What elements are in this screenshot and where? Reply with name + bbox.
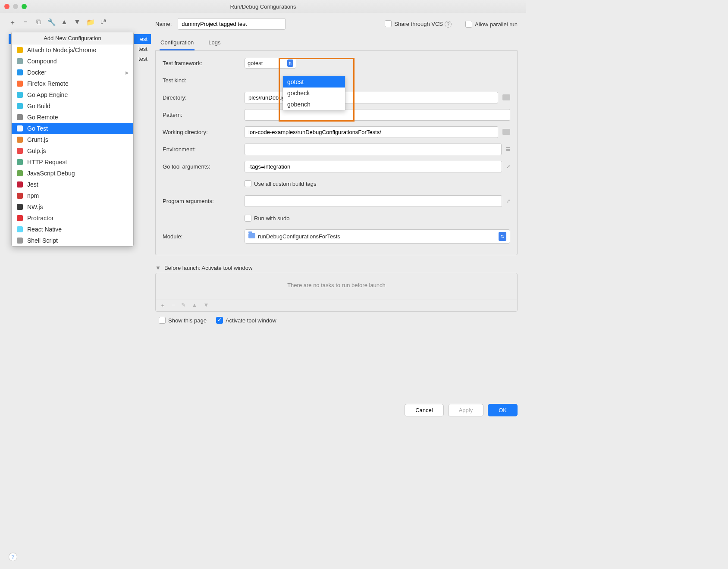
down-icon[interactable]: ▼ [73,18,81,27]
gulp-icon [16,147,24,155]
svg-rect-14 [17,204,23,210]
chevron-updown-icon: ⇅ [287,59,293,67]
popup-item[interactable]: NW.js [12,201,133,213]
svg-rect-17 [17,238,23,244]
tab-logs[interactable]: Logs [207,36,221,50]
add-icon[interactable]: ＋ [9,18,16,27]
popup-item-label: Go App Engine [27,91,68,98]
svg-rect-8 [17,137,23,143]
run-with-sudo-checkbox[interactable]: Run with sudo [245,215,289,222]
dialog-buttons: Cancel Apply OK [155,329,518,422]
protractor-icon [16,214,24,222]
dropdown-option[interactable]: gotest [283,76,345,88]
svg-rect-4 [17,92,23,98]
share-checkbox[interactable]: Share through VCS? [385,20,452,28]
add-icon[interactable]: ＋ [160,302,166,310]
svg-rect-15 [17,215,23,221]
tab-configuration[interactable]: Configuration [160,36,195,50]
up-icon[interactable]: ▲ [60,18,68,27]
shell-icon [16,237,24,244]
wrench-icon[interactable]: 🔧 [47,18,55,27]
disclosure-icon[interactable]: ▼ [155,265,161,271]
svg-rect-9 [17,148,23,154]
docker-icon [16,69,24,76]
popup-item[interactable]: Firefox Remote [12,78,133,89]
popup-item-label: Compound [27,58,57,65]
name-input[interactable] [178,18,286,30]
npm-icon [16,192,24,200]
grunt-icon [16,136,24,144]
popup-item[interactable]: Jest [12,179,133,190]
sort-icon[interactable]: ↓ª [99,18,107,27]
popup-item[interactable]: Docker▶ [12,67,133,78]
popup-item-label: JavaScript Debug [27,170,75,177]
popup-item[interactable]: Protractor [12,213,133,224]
popup-item[interactable]: JavaScript Debug [12,168,133,179]
show-page-checkbox[interactable]: Show this page [159,317,207,324]
ok-button[interactable]: OK [488,404,518,416]
expand-icon[interactable]: ⤢ [506,198,510,204]
jsdebug-icon [16,169,24,177]
pattern-input[interactable] [245,109,510,121]
svg-rect-11 [17,170,23,176]
react-icon [16,225,24,233]
cancel-button[interactable]: Cancel [405,404,443,416]
environment-input[interactable] [245,144,502,155]
popup-item[interactable]: Grunt.js [12,134,133,145]
jest-icon [16,181,24,188]
test-framework-select[interactable]: gotest ⇅ [245,58,296,69]
allow-parallel-checkbox[interactable]: Allow parallel run [465,21,518,28]
apply-button[interactable]: Apply [448,404,484,416]
dropdown-option[interactable]: gobench [283,99,345,110]
svg-rect-1 [17,58,23,64]
before-launch-section: ▼ Before launch: Activate tool window Th… [155,263,518,329]
window-title: Run/Debug Configurations [0,3,526,10]
popup-item[interactable]: Go Test [12,123,133,134]
popup-item-label: Docker [27,69,46,76]
name-label: Name: [155,21,172,27]
popup-item[interactable]: Attach to Node.js/Chrome [12,44,133,56]
browse-folder-icon[interactable] [502,129,510,135]
folder-icon[interactable]: 📁 [86,18,94,27]
activate-tool-window-checkbox[interactable]: Activate tool window [216,317,276,324]
popup-item-label: Firefox Remote [27,80,69,87]
popup-item[interactable]: Shell Script [12,235,133,246]
popup-item-label: Go Test [27,125,48,132]
working-dir-input[interactable] [245,126,498,138]
before-launch-toolbar: ＋ − ✎ ▲ ▼ [156,300,517,311]
popup-item[interactable]: Gulp.js [12,145,133,156]
program-args-label: Program arguments: [163,198,245,204]
firefox-icon [16,80,24,88]
popup-item[interactable]: React Native [12,224,133,235]
window-titlebar: Run/Debug Configurations [0,0,526,13]
popup-item-label: NW.js [27,203,43,210]
go-tool-args-input[interactable] [245,161,502,172]
list-icon[interactable]: ☰ [506,147,510,152]
use-tags-checkbox[interactable]: Use all custom build tags [245,180,317,187]
popup-item-label: Grunt.js [27,136,48,143]
popup-item[interactable]: Go Remote [12,112,133,123]
popup-item-label: Jest [27,181,38,188]
copy-icon[interactable]: ⧉ [35,18,42,27]
help-icon[interactable]: ? [445,21,452,28]
browse-folder-icon[interactable] [502,94,510,100]
test-framework-label: Test framework: [163,60,245,66]
popup-title: Add New Configuration [12,32,133,44]
environment-label: Environment: [163,146,245,153]
test-framework-dropdown[interactable]: gotestgocheckgobench [282,76,345,110]
up-icon: ▲ [192,302,198,310]
popup-item[interactable]: Go App Engine [12,89,133,100]
js-icon [16,46,24,54]
popup-item[interactable]: Go Build [12,100,133,112]
popup-item[interactable]: npm [12,190,133,201]
popup-item[interactable]: Compound [12,56,133,67]
module-select[interactable]: runDebugConfigurationsForTests ⇅ [245,229,510,244]
popup-item-label: Gulp.js [27,147,46,154]
popup-item[interactable]: HTTP Request [12,156,133,168]
program-args-input[interactable] [245,195,502,207]
expand-icon[interactable]: ⤢ [506,164,510,169]
remove-icon[interactable]: − [22,18,29,27]
add-config-popup[interactable]: Add New Configuration Attach to Node.js/… [11,32,134,247]
svg-rect-10 [17,159,23,165]
dropdown-option[interactable]: gocheck [283,88,345,99]
